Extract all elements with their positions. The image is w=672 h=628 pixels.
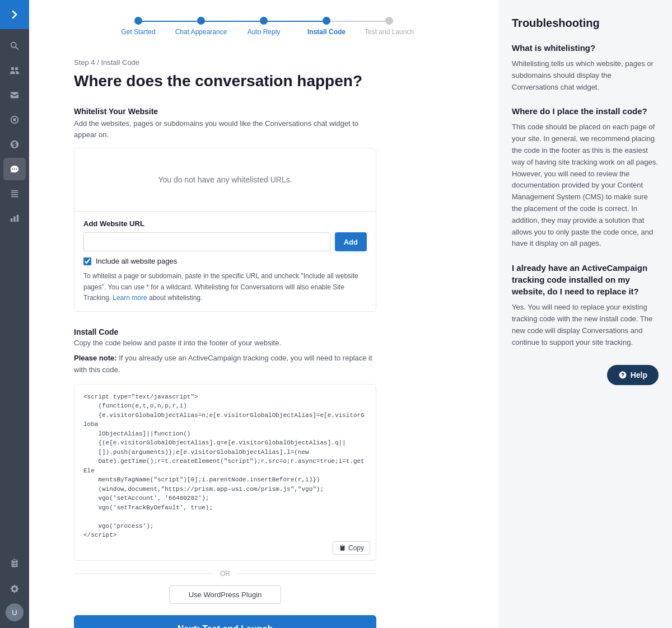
step-line-3 bbox=[264, 21, 326, 22]
add-url-button[interactable]: Add bbox=[335, 232, 367, 251]
install-code-title: Install Code bbox=[74, 327, 376, 336]
stepper: Get Started Chat Appearance Auto Reply I… bbox=[107, 17, 421, 36]
next-btn-wrap: Next: Test and Launch ← Go back Skip thi… bbox=[29, 604, 421, 628]
step-dot-get-started bbox=[134, 17, 142, 25]
include-all-pages-label: Include all website pages bbox=[96, 257, 177, 265]
step-line-1 bbox=[138, 21, 201, 22]
step-auto-reply[interactable]: Auto Reply bbox=[232, 17, 295, 36]
whitelist-box: You do not have any whitelisted URLs. Ad… bbox=[74, 148, 376, 312]
faq-answer-2: Yes. You will need to replace your exist… bbox=[512, 302, 659, 348]
wordpress-button[interactable]: Use WordPress Plugin bbox=[169, 585, 281, 604]
step-label-auto-reply: Auto Reply bbox=[248, 28, 281, 36]
sidebar-item-revenue[interactable] bbox=[3, 133, 26, 156]
step-line-4 bbox=[326, 21, 389, 22]
sidebar-bottom: U bbox=[3, 552, 26, 628]
step-label-test-launch: Test and Launch bbox=[365, 28, 414, 36]
sidebar-nav bbox=[3, 29, 26, 552]
sidebar-item-conversations[interactable] bbox=[3, 158, 26, 180]
code-block-wrap: <script type="text/javascript"> (functio… bbox=[74, 384, 376, 561]
or-text: OR bbox=[220, 570, 230, 578]
sidebar-item-settings[interactable] bbox=[3, 578, 26, 600]
sidebar-item-mail[interactable] bbox=[3, 84, 26, 106]
breadcrumb: Step 4 / Install Code bbox=[74, 58, 376, 67]
faq-item-2: I already have an ActiveCampaign trackin… bbox=[512, 262, 659, 348]
step-get-started[interactable]: Get Started bbox=[107, 17, 170, 36]
add-url-row: Add bbox=[83, 232, 367, 251]
whitelist-title: Whitelist Your Website bbox=[74, 107, 376, 116]
whitelist-note: To whitelist a page or subdomain, paste … bbox=[83, 271, 367, 303]
step-dot-auto-reply bbox=[260, 17, 268, 25]
avatar[interactable]: U bbox=[6, 603, 24, 621]
stepper-container: Get Started Chat Appearance Auto Reply I… bbox=[29, 0, 498, 47]
sidebar: U bbox=[0, 0, 29, 628]
copy-button[interactable]: Copy bbox=[333, 541, 370, 555]
step-dot-chat-appearance bbox=[197, 17, 205, 25]
include-all-pages-checkbox[interactable] bbox=[83, 257, 91, 265]
step-label-install-code: Install Code bbox=[307, 28, 346, 36]
step-label-chat-appearance: Chat Appearance bbox=[175, 28, 227, 36]
sidebar-item-targeting[interactable] bbox=[3, 109, 26, 131]
or-line-left bbox=[74, 573, 213, 574]
right-panel: Troubleshooting What is whitelisting? Wh… bbox=[498, 0, 672, 628]
help-button[interactable]: Help bbox=[607, 365, 659, 385]
install-note: Please note: If you already use an Activ… bbox=[74, 353, 376, 376]
page-title: Where does the conversation happen? bbox=[74, 71, 376, 91]
sidebar-item-search[interactable] bbox=[3, 35, 26, 57]
step-label-get-started: Get Started bbox=[121, 28, 155, 36]
install-code-desc: Copy the code below and paste it into th… bbox=[74, 339, 376, 347]
svg-point-0 bbox=[13, 118, 16, 121]
help-label: Help bbox=[631, 371, 647, 379]
faq-question-0: What is whitelisting? bbox=[512, 42, 659, 54]
learn-more-link[interactable]: Learn more bbox=[113, 294, 147, 302]
faq-item-1: Where do I place the install code? This … bbox=[512, 105, 659, 250]
faq-answer-0: Whitelisting tells us which website, pag… bbox=[512, 58, 659, 93]
copy-icon bbox=[339, 544, 346, 551]
step-dot-install-code bbox=[323, 17, 330, 25]
step-install-code[interactable]: Install Code bbox=[295, 17, 358, 36]
sidebar-item-list[interactable] bbox=[3, 182, 26, 205]
step-dot-test-launch bbox=[385, 17, 393, 25]
faq-question-2: I already have an ActiveCampaign trackin… bbox=[512, 262, 659, 297]
content-panel: Get Started Chat Appearance Auto Reply I… bbox=[29, 0, 498, 628]
add-url-input[interactable] bbox=[83, 232, 330, 251]
whitelist-add-section: Add Website URL Add Include all website … bbox=[74, 211, 376, 311]
step-line-2 bbox=[201, 21, 264, 22]
sidebar-item-reports[interactable] bbox=[3, 207, 26, 229]
whitelist-empty-message: You do not have any whitelisted URLs. bbox=[74, 148, 376, 211]
sidebar-item-pages[interactable] bbox=[3, 552, 26, 574]
sidebar-logo[interactable] bbox=[0, 0, 29, 29]
or-divider: OR bbox=[74, 570, 376, 578]
main-area: Get Started Chat Appearance Auto Reply I… bbox=[29, 0, 672, 628]
whitelist-desc: Add the websites, pages or subdomains yo… bbox=[74, 118, 376, 140]
step-test-launch[interactable]: Test and Launch bbox=[358, 17, 421, 36]
step-chat-appearance[interactable]: Chat Appearance bbox=[170, 17, 232, 36]
faq-question-1: Where do I place the install code? bbox=[512, 105, 659, 117]
next-test-launch-button[interactable]: Next: Test and Launch bbox=[74, 615, 376, 628]
help-icon bbox=[618, 371, 627, 379]
checkbox-row: Include all website pages bbox=[83, 257, 367, 265]
troubleshoot-title: Troubleshooting bbox=[512, 17, 659, 30]
code-block: <script type="text/javascript"> (functio… bbox=[74, 385, 376, 560]
add-url-label: Add Website URL bbox=[83, 219, 367, 228]
faq-answer-1: This code should be placed on each page … bbox=[512, 121, 659, 250]
install-note-prefix: Please note: bbox=[74, 354, 117, 362]
or-line-right bbox=[237, 573, 376, 574]
body-content: Step 4 / Install Code Where does the con… bbox=[29, 47, 421, 604]
faq-item-0: What is whitelisting? Whitelisting tells… bbox=[512, 42, 659, 93]
sidebar-item-contacts[interactable] bbox=[3, 59, 26, 82]
